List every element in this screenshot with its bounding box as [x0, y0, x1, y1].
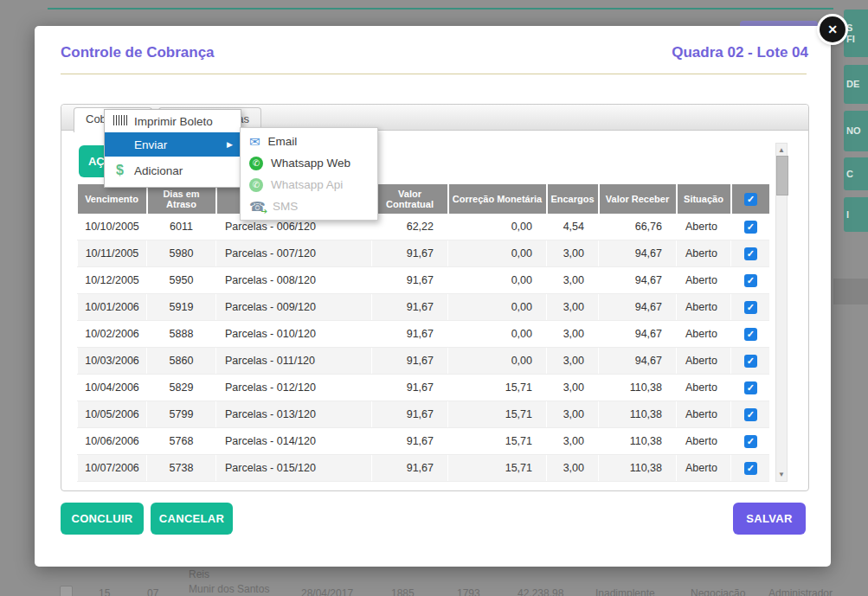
table-cell: 110,38 — [599, 375, 677, 401]
row-checkbox[interactable]: ✓ — [744, 328, 757, 341]
email-icon: ✉ — [249, 134, 260, 150]
salvar-button[interactable]: SALVAR — [733, 503, 806, 535]
table-cell: 10/03/2006 — [78, 348, 147, 375]
table-cell: 62,22 — [372, 214, 448, 240]
table-cell: 3,00 — [547, 375, 599, 401]
table-cell: 10/05/2006 — [78, 401, 147, 428]
lot-label: Quadra 02 - Lote 04 — [672, 44, 808, 61]
row-checkbox[interactable]: ✓ — [744, 301, 757, 314]
table-cell: 5980 — [147, 240, 216, 267]
concluir-button[interactable]: CONCLUIR — [61, 503, 144, 535]
table-cell: 91,67 — [372, 294, 448, 321]
table-body: 10/10/20056011Parcelas - 006/12062,220,0… — [78, 214, 770, 486]
background-cell: Negociação — [691, 587, 745, 596]
table-cell: Parcelas - 010/120 — [216, 321, 372, 348]
background-cell: 42.238,98 — [518, 587, 563, 596]
table-cell: 0,00 — [448, 267, 547, 294]
table-cell: Parcelas - 016/120 — [216, 482, 372, 487]
table-row: 10/06/20065768Parcelas - 014/12091,6715,… — [78, 428, 770, 455]
background-table-row: Reis 15 07 Munir dos Santos 28/04/2017 1… — [0, 567, 868, 596]
menu-item-adicionar[interactable]: $ Adicionar — [105, 157, 241, 184]
submenu-item-sms: ☎➔ SMS — [241, 195, 377, 217]
table-cell: Aberto — [677, 294, 731, 321]
submenu-item-label: Whatsapp Api — [271, 178, 343, 191]
row-checkbox[interactable]: ✓ — [744, 435, 757, 448]
barcode-icon — [113, 115, 127, 128]
table-cell: 10/04/2006 — [78, 375, 147, 401]
table-cell: 10/06/2006 — [78, 428, 147, 455]
sidebar-button-2[interactable]: DE — [844, 65, 868, 104]
table-cell: Parcelas - 013/120 — [216, 401, 372, 428]
row-checkbox-cell: ✓ — [731, 240, 770, 267]
menu-item-imprimir-boleto[interactable]: Imprimir Boleto — [105, 110, 241, 132]
table-row: 10/11/20055980Parcelas - 007/12091,670,0… — [78, 240, 770, 267]
select-all-checkbox[interactable]: ✓ — [744, 193, 757, 206]
row-checkbox[interactable]: ✓ — [744, 408, 757, 421]
table-cell: Aberto — [677, 214, 731, 240]
background-cell: 28/04/2017 — [301, 587, 353, 596]
table-cell: 91,67 — [372, 455, 448, 482]
row-checkbox[interactable]: ✓ — [744, 274, 757, 287]
table-scrollbar[interactable]: ▲ ▼ — [775, 143, 788, 482]
row-checkbox-cell: ✓ — [731, 267, 770, 294]
background-row-checkbox[interactable] — [60, 586, 73, 596]
row-checkbox-cell: ✓ — [731, 482, 770, 487]
menu-item-enviar[interactable]: Enviar ▶ — [105, 132, 241, 157]
table-cell: Aberto — [677, 240, 731, 267]
table-cell: 94,67 — [599, 321, 677, 348]
sidebar-button-label: C — [846, 169, 868, 180]
enviar-submenu: ✉ Email ✆ Whatsapp Web ✆ Whatsapp Api ☎➔… — [240, 127, 378, 221]
table-row: 10/04/20065829Parcelas - 012/12091,6715,… — [78, 375, 770, 401]
row-checkbox[interactable]: ✓ — [744, 355, 757, 368]
row-checkbox-cell: ✓ — [731, 455, 770, 482]
table-cell: Aberto — [677, 321, 731, 348]
submenu-item-label: Whatsapp Web — [271, 157, 350, 170]
table-cell: 110,38 — [599, 428, 677, 455]
row-checkbox[interactable]: ✓ — [744, 381, 757, 394]
table-cell: Aberto — [677, 428, 731, 455]
submenu-item-whatsapp-web[interactable]: ✆ Whatsapp Web — [241, 152, 377, 174]
table-cell: 15,71 — [448, 428, 547, 455]
table-row: 10/05/20065799Parcelas - 013/12091,6715,… — [78, 401, 770, 428]
scroll-up-icon[interactable]: ▲ — [776, 146, 787, 154]
background-cell: 15 — [99, 587, 110, 596]
table-cell: 10/02/2006 — [78, 321, 147, 348]
table-cell: 110,38 — [599, 455, 677, 482]
sidebar-button-3[interactable]: NO — [844, 111, 868, 151]
table-cell: 10/01/2006 — [78, 294, 147, 321]
table-cell: Parcelas - 014/120 — [216, 428, 372, 455]
close-icon[interactable]: ✕ — [820, 16, 845, 42]
row-checkbox[interactable]: ✓ — [744, 221, 757, 234]
row-checkbox[interactable]: ✓ — [744, 247, 757, 260]
submenu-item-email[interactable]: ✉ Email — [241, 131, 377, 152]
table-cell: 10/08/2006 — [78, 482, 147, 487]
table-cell: 6011 — [147, 214, 216, 240]
dollar-icon: $ — [113, 163, 127, 178]
table-cell: 5919 — [147, 294, 216, 321]
sidebar-button-4[interactable]: C — [844, 157, 868, 190]
scroll-down-icon[interactable]: ▼ — [776, 471, 787, 478]
sidebar-button-5[interactable]: I — [844, 197, 868, 232]
row-checkbox-cell: ✓ — [731, 428, 770, 455]
scrollbar-thumb[interactable] — [776, 156, 788, 195]
table-row: 10/08/20065707Parcelas - 016/12091,6715,… — [78, 482, 770, 487]
row-checkbox[interactable]: ✓ — [744, 462, 757, 475]
table-row: 10/03/20065860Parcelas - 011/12091,670,0… — [78, 348, 770, 375]
sidebar-button-1[interactable]: S FI — [844, 10, 868, 57]
table-cell: 10/10/2005 — [78, 214, 147, 240]
sidebar-button-label: DE — [846, 79, 868, 90]
row-checkbox-cell: ✓ — [731, 348, 770, 375]
table-cell: 10/11/2005 — [78, 240, 147, 267]
whatsapp-icon: ✆ — [249, 178, 263, 192]
context-menu: Imprimir Boleto Enviar ▶ $ Adicionar — [104, 109, 241, 188]
table-cell: 110,38 — [599, 482, 677, 487]
cancelar-button[interactable]: CANCELAR — [151, 503, 233, 535]
table-cell: 3,00 — [547, 428, 599, 455]
background-panel-top-border — [48, 8, 833, 10]
table-cell: 3,00 — [547, 267, 599, 294]
table-row: 10/02/20065888Parcelas - 010/12091,670,0… — [78, 321, 770, 348]
installments-table: Vencimento Dias em Atraso Descrição Valo… — [77, 184, 769, 486]
table-cell: Parcelas - 007/120 — [216, 240, 372, 267]
table-cell: 0,00 — [448, 321, 547, 348]
table-row: 10/12/20055950Parcelas - 008/12091,670,0… — [78, 267, 770, 294]
